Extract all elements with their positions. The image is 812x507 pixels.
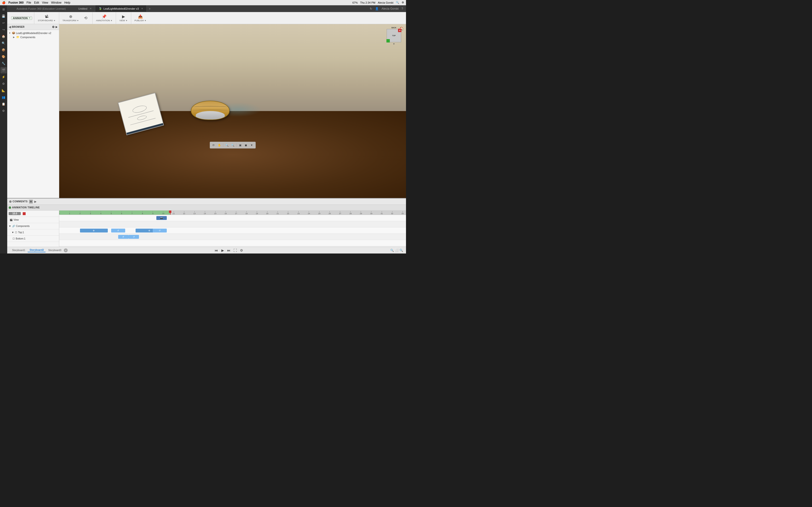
apple-logo[interactable]: 🍎 xyxy=(2,1,6,4)
vp-pan-btn[interactable]: ✋ xyxy=(217,143,222,148)
viewcube-box[interactable]: BACK ✕ TOP xyxy=(387,29,401,42)
transform-extra-btn[interactable]: ⟲ xyxy=(81,15,90,21)
search-icon[interactable]: 🔍 xyxy=(396,1,399,4)
tab-user-name[interactable]: Alecia Gorski xyxy=(380,6,400,11)
track-row-view[interactable]: 📷 xyxy=(59,215,406,221)
fit-view-btn[interactable]: ⛶ xyxy=(233,248,238,253)
viewport-3d[interactable]: 🏠 BACK ✕ TOP ▼ ⟳ ✋ 🔍 🔍 xyxy=(59,24,406,198)
timeline-labels: 10.0 🎬 View ▼ 🔗 Components xyxy=(7,211,59,247)
vp-env-btn[interactable]: ◼ xyxy=(243,143,249,148)
tab-user-btn[interactable]: 👤 xyxy=(374,6,379,11)
sidebar-icon-cam[interactable]: ⚙ xyxy=(0,80,7,87)
vp-orbit-btn[interactable]: ⟳ xyxy=(211,143,216,148)
bottom-rotate2-icon: ↺ xyxy=(133,236,135,238)
track-row-empty[interactable] xyxy=(59,240,406,246)
sidebar-icon-settings[interactable]: ⚙ xyxy=(0,108,7,114)
menu-file[interactable]: File xyxy=(27,1,31,4)
menubar: 🍎 Fusion 360 File Edit View Window Help … xyxy=(0,0,406,5)
tab-help-btn[interactable]: ? xyxy=(400,6,404,11)
rewind-to-start-btn[interactable]: ⏮ xyxy=(214,248,219,253)
annotation-btn[interactable]: 📌 ANNOTATION ▼ xyxy=(95,13,114,23)
storyboard-btn[interactable]: 📽 STORYBOARD ▼ xyxy=(36,13,57,23)
tab-add-button[interactable]: + xyxy=(147,5,152,12)
top1-block-move1[interactable]: ⊕ xyxy=(80,229,108,232)
menu-window[interactable]: Window xyxy=(51,1,62,4)
storyboard-add-btn[interactable]: + xyxy=(64,248,68,252)
sidebar-icon-grid[interactable]: ⊞ xyxy=(0,6,7,12)
play-pause-btn[interactable]: ▶ xyxy=(220,248,225,253)
menu-view[interactable]: View xyxy=(42,1,48,4)
track-row-components[interactable] xyxy=(59,221,406,227)
animation-label[interactable]: ANIMATION ▼ xyxy=(11,16,32,20)
sidebar-icon-home[interactable]: 🏠 xyxy=(0,33,7,40)
tab-leaflight[interactable]: 🍃 LeafLightModeled02render v3 ✕ xyxy=(95,5,147,12)
view-btn[interactable]: ▶ VIEW ▼ xyxy=(118,13,129,23)
vp-more-btn[interactable]: ▼ xyxy=(249,143,254,148)
forward-to-end-btn[interactable]: ⏭ xyxy=(226,248,232,253)
tab-leaflight-close[interactable]: ✕ xyxy=(141,7,143,10)
browser-expand-btn[interactable]: ▶ xyxy=(56,25,57,28)
sidebar-icon-render[interactable]: 🎨 xyxy=(0,54,7,60)
sidebar-icon-redo[interactable]: ↪ xyxy=(0,26,7,33)
storyboard-tab-1[interactable]: Storyboard1 xyxy=(10,248,27,252)
timeline-track-view[interactable]: 🎬 View xyxy=(7,217,59,223)
components-expand-icon2[interactable]: ▼ xyxy=(9,225,11,227)
timeline-track-bottom1[interactable]: ☐ Bottom:1 xyxy=(7,236,59,242)
timeline-record-btn[interactable] xyxy=(23,212,26,215)
sidebar-icon-drawing[interactable]: 📐 xyxy=(0,88,7,94)
vp-display-btn[interactable]: ▣ xyxy=(238,143,243,148)
viewcube[interactable]: 🏠 BACK ✕ TOP ▼ xyxy=(384,26,404,46)
menu-edit[interactable]: Edit xyxy=(34,1,39,4)
sidebar-icon-sim[interactable]: ⚡ xyxy=(0,74,7,80)
top1-block-rotate1[interactable]: ↺ xyxy=(111,229,125,232)
bottom1-block-rotate2[interactable]: ↺ xyxy=(129,235,139,239)
menu-help[interactable]: Help xyxy=(64,1,70,4)
bottom1-block-rotate1[interactable]: ↺ xyxy=(118,235,129,239)
browser-item-leaflight[interactable]: ▼ 📦 LeafLightModeled02render v2 xyxy=(7,31,59,35)
tab-bar: Autodesk Fusion 360 (Education License) … xyxy=(7,5,406,12)
sidebar-icon-search[interactable]: 🔍 xyxy=(0,40,7,46)
browser-collapse-btn[interactable]: ◀ xyxy=(9,25,11,29)
track-row-bottom1[interactable]: ↺ ↺ xyxy=(59,234,406,240)
comments-expand-btn[interactable]: ▶ xyxy=(34,200,37,203)
zoom-in-btn[interactable]: 🔍 xyxy=(400,249,403,252)
timeline-tracks[interactable]: 0 1 2 3 4 5 6 7 8 9 10 11 12 xyxy=(59,211,406,247)
zoom-out-btn[interactable]: 🔍 xyxy=(390,249,394,252)
sidebar-icon-manage[interactable]: 📋 xyxy=(0,101,7,107)
playback-settings-btn[interactable]: ⚙ xyxy=(239,248,244,253)
sidebar-icon-save[interactable]: 💾 xyxy=(0,13,7,19)
components-track-label: Components xyxy=(16,225,30,227)
sidebar-icon-collab[interactable]: 👥 xyxy=(0,94,7,101)
track-row-top1[interactable]: ⊕ ↺ ⊕ ↺ xyxy=(59,227,406,234)
leaflight-expand-icon[interactable]: ▼ xyxy=(9,32,11,34)
ruler-mark-32: 32 xyxy=(391,211,393,215)
timeline-time-row: 10.0 xyxy=(7,211,59,217)
components-expand-icon[interactable]: ▶ xyxy=(13,36,15,38)
ruler-mark-7: 7 xyxy=(132,211,133,215)
sidebar-icon-undo[interactable]: ↩ xyxy=(0,20,7,26)
storyboard-tab-2[interactable]: Storyboard2 xyxy=(28,248,46,252)
vp-zoom-out-btn[interactable]: 🔍 xyxy=(230,143,236,148)
browser-item-components[interactable]: ▶ 📁 Components xyxy=(7,35,59,39)
top1-expand-icon[interactable]: ▼ xyxy=(12,231,14,234)
storyboard-tab-3[interactable]: Storyboard3 xyxy=(46,248,63,252)
tab-refresh-btn[interactable]: ↻ xyxy=(369,6,373,11)
viewcube-dropdown-btn[interactable]: ▼ xyxy=(384,43,404,45)
sidebar-icon-tools[interactable]: 🔧 xyxy=(0,60,7,67)
view-camera-block[interactable]: 📷 xyxy=(156,216,167,220)
timeline-track-top1[interactable]: ▼ ☐ Top:1 xyxy=(7,229,59,236)
timeline-track-components[interactable]: ▼ 🔗 Components xyxy=(7,223,59,229)
ruler-marks-container: 0 1 2 3 4 5 6 7 8 9 10 11 12 xyxy=(59,211,406,215)
browser-settings-btn[interactable]: ⚙ xyxy=(52,25,55,29)
zoom-view-btn[interactable]: ⬜ xyxy=(395,249,399,252)
top1-block-rotate2[interactable]: ↺ xyxy=(153,229,166,232)
sidebar-icon-animation[interactable]: 🎬 xyxy=(0,67,7,73)
notification-icon[interactable]: ⚙ xyxy=(402,1,404,4)
vp-zoom-in-btn[interactable]: 🔍 xyxy=(224,143,230,148)
publish-btn[interactable]: 📤 PUBLISH ▼ xyxy=(133,13,148,23)
sidebar-icon-3d[interactable]: 📦 xyxy=(0,47,7,53)
comments-settings-btn[interactable]: ⚙ xyxy=(29,200,33,204)
tab-untitled[interactable]: Untitled ✕ xyxy=(75,5,95,12)
transform-btn[interactable]: ⊕ TRANSFORM ▼ xyxy=(61,13,80,23)
tab-untitled-close[interactable]: ✕ xyxy=(90,7,92,10)
